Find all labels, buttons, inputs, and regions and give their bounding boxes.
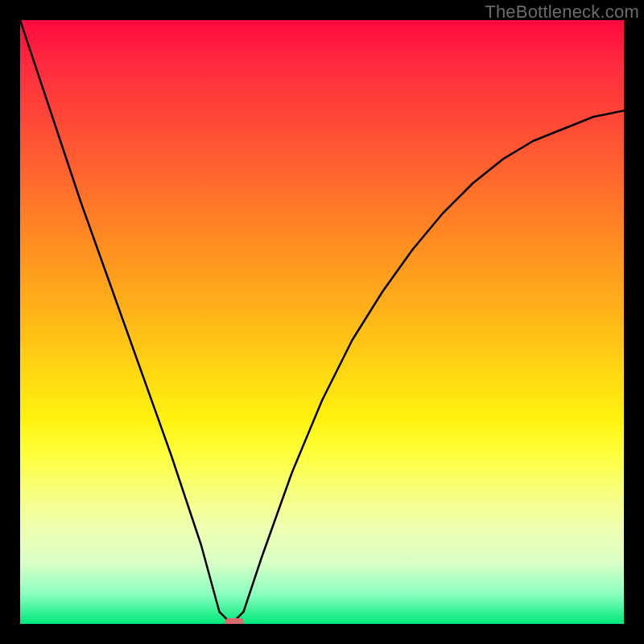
watermark-text: TheBottleneck.com <box>485 2 639 23</box>
optimum-marker <box>225 618 244 624</box>
plot-area <box>20 20 624 624</box>
chart-frame: TheBottleneck.com <box>0 0 644 644</box>
bottleneck-curve <box>20 20 624 624</box>
